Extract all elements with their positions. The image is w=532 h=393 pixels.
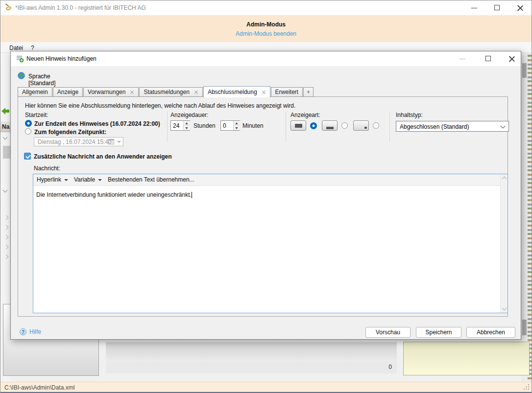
- tree-column-header: Na: [0, 121, 10, 132]
- tab-label: Statusmeldungen: [144, 89, 189, 95]
- admin-mode-title: Admin-Modus: [0, 21, 532, 28]
- chevron-right-icon: [4, 215, 9, 220]
- minutes-stepper[interactable]: 0: [220, 120, 240, 131]
- tab-allgemein[interactable]: Allgemein: [18, 87, 52, 97]
- scroll-up-icon[interactable]: [501, 174, 508, 182]
- radio-display-mode-banner[interactable]: [341, 122, 348, 129]
- hyperlink-label: Hyperlink: [37, 176, 61, 183]
- bottom-middle-panel: 0: [104, 340, 398, 374]
- tab-label: Vorwarnungen: [88, 89, 125, 95]
- tab-label: Anzeige: [57, 89, 78, 95]
- tab-erweitert[interactable]: Erweitert: [271, 87, 303, 97]
- spin-up-button[interactable]: [184, 121, 190, 126]
- counter-value: 0: [106, 362, 397, 373]
- tab-anzeige[interactable]: Anzeige: [53, 87, 83, 97]
- dropdown-arrow-icon: [64, 179, 68, 181]
- startzeit-label: Startzeit:: [25, 112, 48, 118]
- add-notice-dialog: Neuen Hinweis hinzufügen Sprache [Standa…: [10, 51, 521, 340]
- note-preview-panel: [403, 342, 530, 375]
- tab-add-button[interactable]: +: [303, 87, 314, 97]
- display-mode-corner-icon: [353, 120, 369, 131]
- chevron-down-icon: [3, 135, 8, 140]
- variable-label: Variable: [74, 176, 95, 183]
- zusatz-nachricht-label[interactable]: Zusätzliche Nachricht an den Anwender an…: [34, 153, 172, 160]
- spin-down-button[interactable]: [234, 126, 240, 131]
- speichern-button[interactable]: Speichern: [416, 327, 461, 338]
- take-existing-text-label: Bestehenden Text übernehmen...: [108, 176, 194, 183]
- chevron-right-icon: [4, 225, 9, 230]
- section-divider: [286, 112, 286, 142]
- dialog-footer: ? Hilfe Vorschau Speichern Abbrechen: [11, 322, 521, 340]
- datetime-picker: Dienstag , 16.07.2024 15:40: [34, 137, 123, 146]
- chevron-down-icon: [117, 141, 121, 143]
- calendar-icon: [108, 139, 114, 144]
- dialog-maximize-button[interactable]: [480, 51, 497, 66]
- dialog-close-button[interactable]: [504, 51, 520, 66]
- maximize-icon: [485, 56, 491, 61]
- section-divider: [167, 112, 168, 142]
- minimize-icon: [459, 59, 465, 59]
- data-file-path: C:\IBI-aws\Admin\Data.xml: [4, 384, 74, 391]
- radio-display-mode-corner[interactable]: [373, 122, 379, 129]
- help-link[interactable]: ? Hilfe: [20, 328, 41, 335]
- radio-endzeit[interactable]: [25, 120, 32, 127]
- close-tab-icon[interactable]: [130, 90, 134, 94]
- radio-zeitpunkt[interactable]: [25, 128, 31, 135]
- scroll-down-icon[interactable]: [501, 305, 508, 313]
- window-minimize-button[interactable]: [466, 0, 483, 15]
- take-existing-text-button[interactable]: Bestehenden Text übernehmen...: [108, 176, 194, 183]
- hyperlink-menu-button[interactable]: Hyperlink: [37, 176, 68, 183]
- radio-endzeit-label[interactable]: Zur Endzeit des Hinweises (16.07.2024 22…: [34, 120, 160, 127]
- tab-content-panel: Hier können Sie eine Abschlussmeldung hi…: [18, 96, 508, 317]
- anzeigedauer-label: Anzeigedauer:: [170, 112, 208, 118]
- chevron-right-icon: [4, 235, 9, 240]
- tab-label: Abschlussmeldung: [208, 89, 257, 95]
- close-icon: [509, 56, 515, 62]
- message-textarea[interactable]: Die Internetverbindung funktioniert wied…: [33, 186, 500, 313]
- hours-value: 24: [173, 122, 179, 129]
- radio-zeitpunkt-label[interactable]: Zum folgenden Zeitpunkt:: [34, 129, 106, 136]
- display-mode-center-icon: [290, 120, 306, 131]
- message-editor[interactable]: Hyperlink Variable Bestehenden Text über…: [33, 174, 508, 313]
- close-tab-icon[interactable]: [262, 90, 266, 94]
- hours-stepper[interactable]: 24: [170, 120, 190, 131]
- window-close-button[interactable]: [512, 0, 529, 15]
- tab-description: Hier können Sie eine Abschlussmeldung hi…: [25, 102, 295, 109]
- abbrechen-button[interactable]: Abbrechen: [466, 327, 515, 338]
- tab-vorwarnungen[interactable]: Vorwarnungen: [83, 87, 139, 97]
- plus-icon: +: [307, 89, 310, 95]
- editor-toolbar: Hyperlink Variable Bestehenden Text über…: [33, 174, 500, 186]
- spin-down-button[interactable]: [184, 126, 190, 131]
- close-tab-icon[interactable]: [194, 90, 198, 94]
- statusbar: C:\IBI-aws\Admin\Data.xml: [0, 382, 532, 392]
- tab-label: Erweitert: [275, 89, 298, 95]
- hours-unit-label: Stunden: [193, 122, 216, 129]
- app-icon: [5, 3, 13, 12]
- variable-menu-button[interactable]: Variable: [74, 176, 102, 183]
- window-maximize-button[interactable]: [489, 0, 506, 15]
- vorschau-button[interactable]: Vorschau: [365, 327, 411, 338]
- tab-statusmeldungen[interactable]: Statusmeldungen: [139, 87, 202, 97]
- inhaltstyp-select[interactable]: Abgeschlossen (Standard): [396, 121, 509, 132]
- help-icon: ?: [20, 328, 26, 335]
- radio-display-mode-center[interactable]: [310, 122, 317, 129]
- zusatz-nachricht-checkbox[interactable]: [24, 153, 31, 160]
- maximize-icon: [494, 5, 500, 10]
- dropdown-arrow-icon: [98, 179, 102, 181]
- dialog-titlebar: Neuen Hinweis hinzufügen: [11, 51, 521, 66]
- chevron-down-icon: [3, 188, 8, 193]
- window-titlebar: *IBI-aws Admin 1.30.0 - registriert für …: [0, 0, 532, 15]
- resize-grip[interactable]: [524, 384, 530, 390]
- tab-label: Allgemein: [22, 89, 48, 95]
- scrollbar-fragment: [521, 53, 528, 382]
- nachricht-label: Nachricht:: [34, 165, 60, 172]
- inhaltstyp-selected-value: Abgeschlossen (Standard): [400, 123, 469, 130]
- tab-abschlussmeldung[interactable]: Abschlussmeldung: [203, 86, 270, 97]
- dialog-minimize-button: [454, 51, 471, 66]
- editor-scrollbar[interactable]: [500, 174, 508, 313]
- app-window: *IBI-aws Admin 1.30.0 - registriert für …: [0, 0, 532, 393]
- spin-up-button[interactable]: [234, 121, 240, 126]
- minutes-unit-label: Minuten: [242, 122, 264, 129]
- admin-mode-exit-link[interactable]: Admin-Modus beenden: [0, 30, 532, 37]
- datetime-value: Dienstag , 16.07.2024 15:40: [38, 139, 112, 145]
